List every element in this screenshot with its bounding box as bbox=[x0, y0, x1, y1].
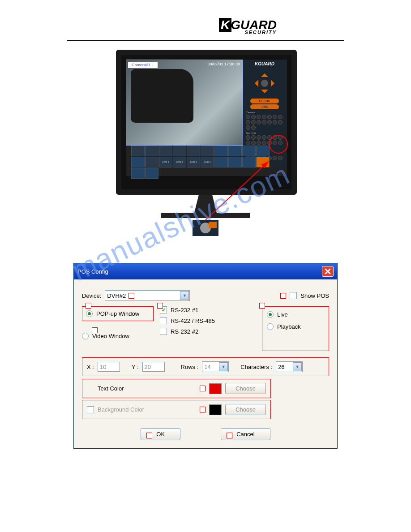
playback-radio[interactable] bbox=[267, 323, 274, 330]
camera-label: Camera01 L bbox=[128, 62, 158, 68]
bg-color-row: Background Color Choose bbox=[82, 400, 271, 419]
panel-logo: KGUARD bbox=[243, 60, 286, 68]
focus-button[interactable]: FOCUS bbox=[250, 99, 279, 103]
x-label: X : bbox=[87, 364, 94, 370]
mode-group: Live Playback bbox=[262, 306, 329, 351]
alarmin-section-label: Alarm In bbox=[243, 131, 286, 134]
geometry-row: X : 10 Y : 20 Rows : 14 ▼ Characters : 2… bbox=[82, 357, 329, 376]
annotation-marker bbox=[146, 433, 152, 438]
toolbar-button[interactable] bbox=[131, 168, 145, 179]
toolbar-button[interactable] bbox=[228, 146, 242, 156]
rs232-1-label: RS-232 #1 bbox=[171, 307, 198, 313]
text-color-swatch[interactable] bbox=[209, 383, 222, 394]
close-icon bbox=[325, 268, 331, 275]
toolbar-button[interactable] bbox=[187, 146, 200, 156]
toolbar: LIVE 1 LIVE 2 LIVE 3 LIVE 4 bbox=[131, 146, 282, 170]
popup-window-radio[interactable] bbox=[86, 310, 93, 317]
toolbar-button[interactable] bbox=[228, 157, 242, 167]
text-color-choose-button[interactable]: Choose bbox=[225, 383, 266, 394]
toolbar-button[interactable] bbox=[145, 146, 158, 156]
annotation-marker bbox=[86, 303, 91, 309]
live-button[interactable]: LIVE 1 bbox=[159, 157, 172, 167]
ptz-right-icon[interactable] bbox=[271, 80, 278, 87]
chevron-down-icon[interactable]: ▼ bbox=[180, 291, 189, 300]
rows-combo[interactable]: 14 ▼ bbox=[202, 361, 229, 372]
toolbar-button[interactable] bbox=[201, 146, 214, 156]
window-mode-group: POP-up Window bbox=[82, 306, 154, 321]
video-window-radio[interactable] bbox=[82, 333, 89, 339]
settings-icon-zoom bbox=[193, 220, 218, 236]
chevron-down-icon[interactable]: ▼ bbox=[293, 362, 302, 371]
annotation-marker bbox=[200, 407, 206, 412]
live-label: Live bbox=[277, 311, 288, 318]
cancel-button[interactable]: Cancel bbox=[221, 428, 270, 440]
toolbar-button[interactable] bbox=[145, 168, 158, 179]
toolbar-button[interactable] bbox=[242, 157, 256, 167]
chevron-down-icon[interactable]: ▼ bbox=[219, 362, 228, 371]
monitor-base bbox=[161, 213, 250, 218]
timestamp: 08/02/01 17:36:38 bbox=[207, 62, 240, 66]
camera-grid[interactable] bbox=[243, 114, 286, 131]
ptz-up-icon[interactable] bbox=[261, 70, 268, 77]
live-button[interactable]: LIVE 4 bbox=[201, 157, 214, 167]
annotation-marker bbox=[259, 303, 265, 309]
rows-label: Rows : bbox=[181, 364, 199, 370]
live-radio[interactable] bbox=[267, 311, 274, 318]
text-color-row: Text Color Choose bbox=[82, 379, 271, 398]
toolbar-button[interactable] bbox=[159, 146, 172, 156]
annotation-marker bbox=[200, 386, 206, 391]
annotation-marker bbox=[227, 433, 232, 438]
logo-k: K bbox=[219, 18, 231, 32]
camera-section-label: Camera bbox=[243, 110, 286, 114]
live-button[interactable]: LIVE 3 bbox=[187, 157, 200, 167]
ptz-center-icon[interactable] bbox=[261, 80, 268, 87]
ptz-left-icon[interactable] bbox=[251, 80, 258, 87]
bg-color-checkbox[interactable] bbox=[87, 406, 94, 413]
toolbar-button[interactable] bbox=[131, 157, 145, 167]
ptz-control[interactable] bbox=[251, 70, 278, 97]
toolbar-button[interactable] bbox=[214, 146, 228, 156]
pos-config-dialog: POS Config Device: DVR#2 ▼ Show POS bbox=[73, 263, 338, 449]
ptz-down-icon[interactable] bbox=[261, 90, 268, 97]
bg-color-swatch[interactable] bbox=[209, 404, 222, 415]
bg-color-choose-button[interactable]: Choose bbox=[225, 404, 266, 415]
annotation-marker bbox=[157, 303, 163, 309]
video-window-label: Video Window bbox=[92, 333, 129, 339]
x-input[interactable]: 10 bbox=[98, 362, 120, 372]
popup-window-label: POP-up Window bbox=[96, 310, 139, 317]
annotation-marker bbox=[128, 293, 134, 299]
chars-label: Characters : bbox=[240, 364, 272, 370]
monitor-icon bbox=[209, 222, 217, 228]
brand-logo: KGUARD SECURITY bbox=[219, 18, 277, 35]
chars-combo[interactable]: 26 ▼ bbox=[276, 361, 303, 372]
close-button[interactable] bbox=[322, 266, 334, 277]
device-value: DVR#2 bbox=[107, 292, 126, 299]
toolbar-button[interactable] bbox=[256, 146, 270, 156]
text-color-label: Text Color bbox=[98, 385, 124, 392]
page-header: KGUARD SECURITY bbox=[67, 0, 344, 41]
iris-button[interactable]: IRIS bbox=[250, 104, 279, 109]
callout-circle bbox=[269, 135, 288, 154]
toolbar-button[interactable] bbox=[145, 157, 158, 167]
ok-button[interactable]: OK bbox=[141, 428, 180, 440]
device-label: Device: bbox=[82, 292, 101, 299]
dvr-monitor: Camera01 L 08/02/01 17:36:38 KGUARD FO bbox=[116, 50, 295, 236]
settings-button[interactable] bbox=[256, 157, 270, 167]
y-input[interactable]: 20 bbox=[142, 362, 165, 372]
rs422-label: RS-422 / RS-485 bbox=[171, 317, 215, 324]
toolbar-button[interactable] bbox=[131, 146, 145, 156]
toolbar-button[interactable] bbox=[242, 146, 256, 156]
vehicle-shape bbox=[131, 69, 193, 123]
live-button[interactable]: LIVE 2 bbox=[173, 157, 186, 167]
rs232-2-checkbox[interactable] bbox=[160, 328, 167, 335]
show-pos-checkbox[interactable] bbox=[290, 292, 297, 299]
playback-label: Playback bbox=[277, 323, 301, 330]
toolbar-button[interactable] bbox=[173, 146, 186, 156]
bg-color-label: Background Color bbox=[98, 406, 144, 413]
titlebar: POS Config bbox=[74, 263, 337, 279]
toolbar-button[interactable] bbox=[214, 157, 228, 167]
y-label: Y : bbox=[132, 364, 139, 370]
device-combo[interactable]: DVR#2 ▼ bbox=[105, 290, 190, 301]
annotation-marker bbox=[280, 293, 286, 299]
rs422-checkbox[interactable] bbox=[160, 317, 167, 324]
